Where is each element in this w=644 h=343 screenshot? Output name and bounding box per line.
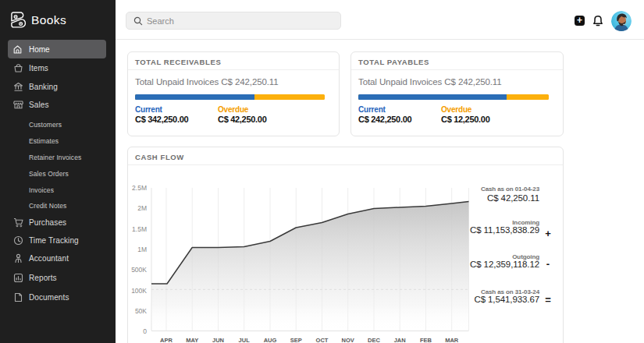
svg-text:JUN: JUN	[212, 337, 224, 343]
svg-text:MAY: MAY	[186, 337, 198, 343]
svg-text:2M: 2M	[137, 204, 147, 212]
svg-text:100K: 100K	[131, 287, 147, 295]
svg-text:JUL: JUL	[239, 337, 251, 343]
svg-text:JAN: JAN	[394, 337, 406, 343]
svg-text:OCT: OCT	[316, 337, 329, 343]
svg-text:500K: 500K	[131, 266, 147, 274]
svg-text:50K: 50K	[135, 307, 147, 315]
svg-text:SEP: SEP	[290, 337, 302, 343]
svg-text:1M: 1M	[137, 246, 147, 253]
svg-text:DEC: DEC	[368, 337, 380, 343]
svg-text:1.5M: 1.5M	[132, 225, 147, 233]
svg-text:APR: APR	[160, 337, 173, 343]
svg-text:NOV: NOV	[342, 337, 354, 343]
svg-text:2.5M: 2.5M	[132, 184, 147, 192]
svg-text:AUG: AUG	[264, 337, 277, 343]
svg-text:FEB: FEB	[420, 337, 432, 343]
svg-text:0: 0	[143, 327, 147, 335]
svg-text:MAR: MAR	[445, 337, 459, 343]
